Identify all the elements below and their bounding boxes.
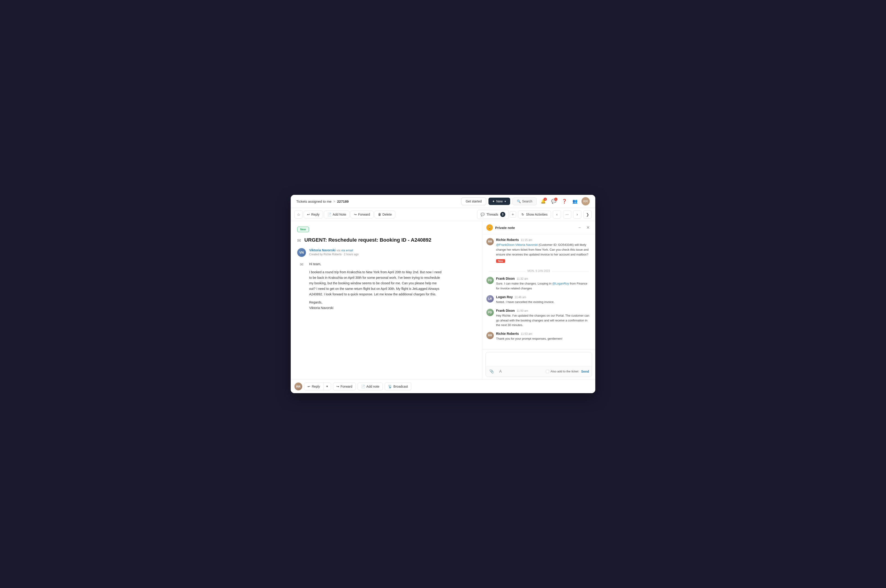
list-item: FD Frank Dixon 11:32 am Sure. I can make…: [486, 277, 591, 291]
email-actions-bar: RR ↩ Reply ▼ ↪ Forward 📄 Add note 📡 Broa…: [291, 380, 595, 393]
reply-right-actions: Also add to the ticket Send: [546, 370, 589, 374]
reply-dropdown-btn[interactable]: ▼: [323, 383, 331, 390]
add-note-action-button[interactable]: 📄 Add note: [358, 382, 383, 390]
activity-icon: ↻: [522, 213, 524, 216]
sender-name[interactable]: Viktoria Navorski: [309, 248, 335, 252]
email-body-row: ✉ Hi team, I booked a round trip from Kr…: [297, 261, 475, 314]
toolbar-right: 💬 Threads 3 + ↻ Show Activities ‹ ··· › …: [477, 210, 591, 219]
help-button[interactable]: ❓: [560, 197, 569, 206]
chevron-down-icon: ▼: [504, 200, 507, 202]
add-note-button[interactable]: 📄 Add Note: [324, 210, 349, 218]
broadcast-button[interactable]: 📡 Broadcast: [385, 382, 411, 390]
user-avatar[interactable]: RR: [581, 197, 590, 206]
threads-button[interactable]: 💬 Threads 3: [477, 210, 508, 219]
search-icon: 🔍: [517, 200, 521, 203]
attach-button[interactable]: 📎: [489, 368, 495, 375]
mention-badge: 1: [554, 198, 557, 201]
email-envelope-icon: ✉: [297, 238, 301, 243]
via-label: via: [337, 249, 341, 252]
message-time: 11:50 am: [517, 309, 528, 312]
breadcrumb-ticket: 227189: [337, 200, 349, 203]
message-sender: Logan Roy: [496, 295, 513, 299]
reply-button[interactable]: ↩ Reply: [304, 210, 323, 218]
show-activities-button[interactable]: ↻ Show Activities: [518, 210, 551, 218]
email-meta: VN Viktoria Navorski via via email Creat…: [297, 248, 475, 257]
right-column: 🔒 Private note − ✕ RR R: [482, 221, 595, 380]
trash-icon: 🗑: [378, 213, 381, 216]
note-icon: 📄: [327, 213, 331, 216]
message-header: Frank Dixon 11:32 am: [496, 277, 591, 280]
close-button[interactable]: ✕: [585, 224, 591, 231]
input-toolbar: 📎 A Also add to the ticket Send: [486, 366, 592, 376]
reply-main-button: ↩ Reply ▼: [304, 382, 331, 390]
new-button[interactable]: ✦ New ▼: [489, 198, 510, 205]
message-content: Logan Roy 11:46 am Noted. I have cancell…: [496, 295, 591, 304]
avatar: FD: [486, 309, 494, 316]
delete-button[interactable]: 🗑 Delete: [375, 210, 395, 218]
email-body-text: I booked a round trip from Krakozhia to …: [309, 270, 442, 297]
notifications-button[interactable]: 🔔 1: [539, 197, 547, 206]
input-icons: 📎 A: [489, 368, 504, 375]
reply-input-box: 📎 A Also add to the ticket Send: [486, 352, 592, 377]
forward-action-icon: ↪: [336, 385, 339, 388]
message-header: Richie Roberts 11:53 am: [496, 332, 591, 336]
get-started-button[interactable]: Get started: [461, 197, 486, 205]
reply-arrow-icon: ↩: [308, 385, 310, 388]
lock-icon: 🔒: [486, 224, 493, 231]
message-content: Frank Dixon 11:50 am Hey Richie. I've up…: [496, 309, 591, 328]
search-button[interactable]: 🔍 Search: [513, 197, 537, 205]
nav-prev-button[interactable]: ‹: [553, 210, 561, 219]
new-badge-msg: New: [496, 259, 505, 263]
forward-button[interactable]: ↪ Forward: [350, 210, 373, 218]
nav-right: Get started ✦ New ▼ 🔍 Search 🔔 1 💬 1 ❓ 👥: [461, 197, 590, 206]
date-divider: MON, 9 JAN 2023: [486, 269, 591, 273]
note-action-icon: 📄: [361, 385, 365, 388]
mention: @LoganRoy: [552, 282, 569, 285]
list-item: LR Logan Roy 11:46 am Noted. I have canc…: [486, 295, 591, 304]
threads-add-button[interactable]: +: [510, 211, 516, 218]
top-nav: Tickets assigned to me > 227189 Get star…: [291, 195, 595, 208]
forward-action-button[interactable]: ↪ Forward: [333, 382, 356, 390]
email-regards: Regards, Viktoria Navorski: [309, 300, 442, 311]
breadcrumb-sep: >: [333, 200, 335, 203]
via-email-link[interactable]: via email: [341, 249, 353, 252]
message-sender: Richie Roberts: [496, 238, 519, 242]
message-text: Sure. I can make the changes. Looping in…: [496, 281, 591, 291]
broadcast-icon: 📡: [388, 385, 392, 388]
email-greeting: Hi team,: [309, 261, 442, 267]
minimize-button[interactable]: −: [576, 224, 583, 231]
team-button[interactable]: 👥: [571, 197, 579, 206]
collapse-button[interactable]: ❯: [583, 210, 591, 219]
reply-text-input[interactable]: [486, 352, 592, 366]
message-time: 11:53 am: [521, 332, 532, 336]
list-item: RR Richie Roberts 11:53 am Thank you for…: [486, 332, 591, 341]
send-button[interactable]: Send: [581, 370, 589, 374]
message-header: Richie Roberts 11:15 am: [496, 238, 591, 242]
nav-next-button[interactable]: ›: [573, 210, 581, 219]
message-text: Noted. I have cancelled the existing inv…: [496, 300, 591, 304]
toolbar: ☆ ↩ Reply 📄 Add Note ↪ Forward 🗑 Delete …: [291, 208, 595, 221]
forward-icon: ↪: [354, 213, 357, 216]
message-sender: Frank Dixon: [496, 277, 515, 280]
breadcrumb: Tickets assigned to me > 227189: [296, 200, 349, 203]
message-content: Richie Roberts 11:15 am @FrankDixon Vikt…: [496, 238, 591, 265]
mentions-button[interactable]: 💬 1: [550, 197, 558, 206]
star-button[interactable]: ☆: [295, 210, 303, 219]
format-button[interactable]: A: [497, 368, 504, 375]
created-by: Created by Richie Roberts · 2 hours ago: [309, 253, 358, 256]
toolbar-left: ☆ ↩ Reply 📄 Add Note ↪ Forward 🗑 Delete: [295, 210, 395, 219]
more-options-button[interactable]: ···: [563, 210, 571, 219]
message-time: 11:32 am: [517, 277, 528, 280]
avatar: LR: [486, 295, 494, 303]
mail-icon: ✉: [297, 262, 306, 267]
threads-badge: 3: [500, 212, 505, 217]
breadcrumb-base: Tickets assigned to me: [296, 200, 332, 203]
reply-text-btn[interactable]: ↩ Reply: [304, 383, 323, 390]
message-content: Richie Roberts 11:53 am Thank you for yo…: [496, 332, 591, 341]
panel-controls: − ✕: [576, 224, 591, 231]
avatar: RR: [486, 332, 494, 339]
right-panel: 🔒 Private note − ✕ RR R: [482, 221, 595, 380]
also-add-checkbox[interactable]: [546, 370, 549, 373]
avatar: FD: [486, 277, 494, 284]
reply-icon: ↩: [307, 213, 310, 216]
